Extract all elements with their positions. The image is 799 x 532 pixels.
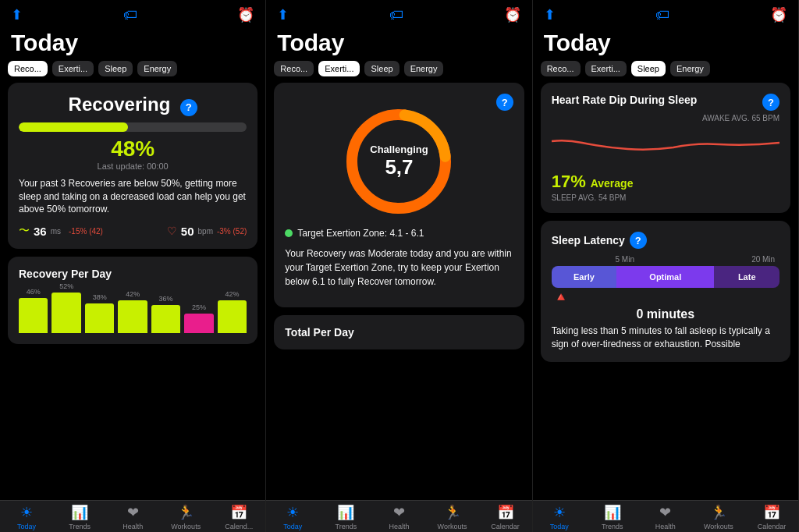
latency-late: Late: [714, 266, 779, 288]
tab-exertion-1[interactable]: Exerti...: [52, 61, 94, 76]
nav-label-trends-1: Trends: [69, 523, 91, 530]
tabs-1: Reco... Exerti... Sleep Energy: [0, 61, 265, 83]
tab-recovery-1[interactable]: Reco...: [8, 61, 48, 76]
clock-icon-1[interactable]: ⏰: [237, 6, 254, 23]
hrv-value: 36: [34, 225, 47, 238]
recovery-chart-card: Recovery Per Day 46%52%38%42%36%25%42%: [8, 257, 257, 344]
latency-label: Sleep Latency: [552, 234, 625, 246]
tag-icon-3[interactable]: 🏷: [655, 7, 669, 23]
sun-icon-2: ☀: [286, 504, 299, 521]
nav-trends-1[interactable]: 📊 Trends: [53, 504, 106, 530]
tag-icon-2[interactable]: 🏷: [389, 7, 403, 23]
total-per-day-card: Total Per Day: [274, 315, 524, 349]
health-icon-2: ❤: [393, 504, 405, 521]
nav-label-health-3: Health: [655, 523, 676, 530]
tab-energy-1[interactable]: Energy: [137, 61, 177, 76]
nav-label-calendar-2: Calendar: [491, 523, 520, 530]
heart-icon: ♡: [167, 225, 177, 237]
rhr-unit: bpm: [198, 227, 213, 236]
nav-label-calendar-1: Calend...: [225, 523, 253, 530]
title-1: Today: [0, 27, 265, 61]
percent-text: 48%: [19, 137, 247, 161]
help-button-2[interactable]: ?: [496, 94, 513, 111]
nav-label-today-2: Today: [283, 523, 302, 530]
nav-calendar-1[interactable]: 📅 Calend...: [212, 504, 265, 530]
tab-sleep-2[interactable]: Sleep: [364, 61, 399, 76]
help-button-1[interactable]: ?: [180, 99, 197, 116]
bar-item: 25%: [184, 303, 213, 333]
tab-recovery-2[interactable]: Reco...: [274, 61, 314, 76]
hrv-unit: ms: [51, 227, 61, 236]
nav-trends-2[interactable]: 📊 Trends: [319, 504, 372, 530]
tab-sleep-1[interactable]: Sleep: [98, 61, 133, 76]
tag-icon-1[interactable]: 🏷: [123, 7, 137, 23]
nav-workouts-2[interactable]: 🏃 Workouts: [426, 504, 479, 530]
latency-5min: 5 Min: [616, 255, 634, 264]
calendar-icon-3: 📅: [763, 504, 780, 521]
tab-recovery-3[interactable]: Reco...: [541, 61, 581, 76]
nav-health-3[interactable]: ❤ Health: [639, 504, 692, 530]
total-per-day-label: Total Per Day: [285, 326, 513, 339]
nav-workouts-3[interactable]: 🏃 Workouts: [692, 504, 745, 530]
nav-health-2[interactable]: ❤ Health: [372, 504, 425, 530]
content-1: Recovering ? 48% Last update: 00:00 Your…: [0, 83, 265, 500]
share-icon-2[interactable]: ⬆: [277, 6, 289, 23]
tab-energy-3[interactable]: Energy: [670, 61, 710, 76]
content-2: ? Challenging 5,7 Target Exertion Zone: …: [266, 83, 531, 500]
nav-trends-3[interactable]: 📊 Trends: [586, 504, 639, 530]
latency-early: Early: [552, 266, 617, 288]
health-icon-1: ❤: [127, 504, 139, 521]
hrv-metric: 〜 36 ms -15% (42): [19, 224, 103, 238]
tab-energy-2[interactable]: Energy: [404, 61, 444, 76]
nav-today-1[interactable]: ☀ Today: [0, 504, 53, 530]
nav-label-trends-2: Trends: [336, 523, 357, 530]
calendar-icon-2: 📅: [497, 504, 514, 521]
ring-container: Challenging 5,7: [340, 103, 457, 220]
bottom-nav-1: ☀ Today 📊 Trends ❤ Health 🏃 Workouts 📅 C…: [0, 500, 265, 532]
heart-rate-card: Heart Rate Dip During Sleep ? AWAKE AVG.…: [541, 83, 790, 213]
dip-percent: 17%: [552, 172, 586, 192]
tab-exertion-2[interactable]: Exerti...: [318, 61, 360, 76]
nav-health-1[interactable]: ❤ Health: [106, 504, 159, 530]
metrics-row: 〜 36 ms -15% (42) ♡ 50 bpm -3% (52): [19, 224, 247, 238]
pct-avg-row: 17% Average: [552, 172, 779, 192]
bar-item: 36%: [151, 295, 180, 333]
target-zone-label: Target Exertion Zone: 4.1 - 6.1: [297, 228, 424, 239]
clock-icon-3[interactable]: ⏰: [770, 6, 787, 23]
panel-recovery: ⬆ 🏷 ⏰ Today Reco... Exerti... Sleep Ener…: [0, 0, 266, 532]
sun-icon-3: ☀: [553, 504, 566, 521]
help-button-4[interactable]: ?: [630, 232, 647, 249]
share-icon-1[interactable]: ⬆: [11, 6, 23, 23]
tab-sleep-3[interactable]: Sleep: [631, 61, 666, 76]
share-icon-3[interactable]: ⬆: [544, 6, 556, 23]
awake-label: AWAKE AVG. 65 BPM: [552, 111, 779, 124]
nav-calendar-3[interactable]: 📅 Calendar: [745, 504, 798, 530]
nav-today-2[interactable]: ☀ Today: [266, 504, 319, 530]
nav-workouts-1[interactable]: 🏃 Workouts: [159, 504, 212, 530]
help-button-3[interactable]: ?: [762, 94, 779, 111]
latency-marker: 🔺: [553, 289, 779, 304]
bar-item: 42%: [118, 290, 147, 333]
ring-value: 5,7: [370, 155, 428, 179]
dot-green: [285, 229, 293, 237]
bar-item: 42%: [218, 290, 247, 333]
workouts-icon-3: 🏃: [710, 504, 727, 521]
workouts-icon-1: 🏃: [177, 504, 194, 521]
tab-exertion-3[interactable]: Exerti...: [585, 61, 627, 76]
hr-chart: [552, 126, 779, 168]
nav-calendar-2[interactable]: 📅 Calendar: [479, 504, 532, 530]
nav-today-3[interactable]: ☀ Today: [533, 504, 586, 530]
section-title: Recovery Per Day: [19, 268, 247, 280]
clock-icon-2[interactable]: ⏰: [504, 6, 521, 23]
top-bar-1: ⬆ 🏷 ⏰: [0, 0, 265, 27]
calendar-icon-1: 📅: [230, 504, 247, 521]
panel-exertion: ⬆ 🏷 ⏰ Today Reco... Exerti... Sleep Ener…: [266, 0, 532, 532]
nav-label-health-1: Health: [123, 523, 143, 530]
top-bar-3: ⬆ 🏷 ⏰: [533, 0, 798, 27]
recovery-status: Recovering ?: [19, 94, 247, 116]
recovering-label: Recovering: [69, 94, 171, 115]
latency-description: Taking less than 5 minutes to fall aslee…: [552, 325, 779, 351]
nav-label-today-3: Today: [550, 523, 569, 530]
latency-20min: 20 Min: [751, 255, 775, 264]
bar-item: 52%: [51, 282, 80, 333]
